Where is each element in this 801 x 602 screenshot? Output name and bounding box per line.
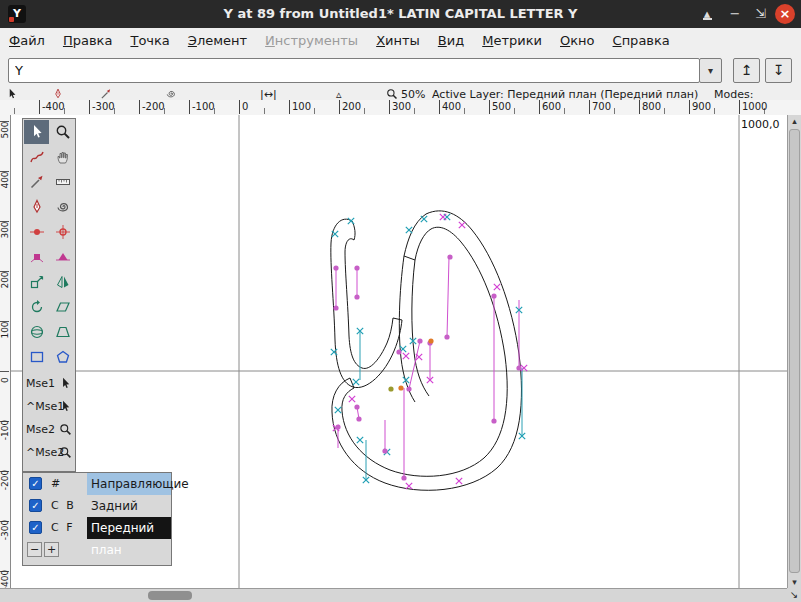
control-point-x[interactable] xyxy=(406,483,412,489)
pointer-icon xyxy=(59,377,72,390)
scale-tool[interactable] xyxy=(24,270,49,294)
h-ruler-number: 200 xyxy=(342,101,361,112)
control-point-x[interactable] xyxy=(494,284,500,290)
control-point-dot[interactable] xyxy=(333,265,338,270)
keep-above-button[interactable]: ▴ xyxy=(697,4,717,24)
v-ruler-number: 300 xyxy=(0,215,10,245)
control-point-dot[interactable] xyxy=(516,365,521,370)
control-point-x[interactable] xyxy=(406,227,412,233)
vertical-scrollbar[interactable]: ▴ ▾ xyxy=(787,115,801,588)
menu-metrics[interactable]: Метрики xyxy=(473,28,551,54)
control-point-dot[interactable] xyxy=(428,338,433,343)
h-ruler-number: -300 xyxy=(92,101,115,112)
hvcurve-point-tool[interactable] xyxy=(50,220,75,244)
control-point-dot[interactable] xyxy=(406,386,411,391)
keep-above-icon: ▴ xyxy=(704,6,711,21)
control-point-dot[interactable] xyxy=(417,338,422,343)
control-point-dot[interactable] xyxy=(491,293,496,298)
vertical-scrollbar-thumb[interactable] xyxy=(789,129,800,573)
restore-button[interactable]: ⇲ xyxy=(751,4,771,24)
pointer-tool[interactable] xyxy=(24,120,49,144)
spiro-tool[interactable] xyxy=(50,195,75,219)
control-point-dot[interactable] xyxy=(444,334,449,339)
control-point-dot[interactable] xyxy=(333,305,338,310)
knife-tool[interactable] xyxy=(24,170,49,194)
remove-layer-button[interactable]: − xyxy=(27,542,42,557)
add-layer-button[interactable]: + xyxy=(44,542,59,557)
control-point-dot[interactable] xyxy=(396,349,401,354)
control-point-dot[interactable] xyxy=(382,448,387,453)
control-point-dot[interactable] xyxy=(447,254,452,259)
horizontal-scrollbar[interactable] xyxy=(0,588,787,602)
scroll-up-arrow-icon[interactable]: ▴ xyxy=(788,116,801,126)
h-ruler-number: -100 xyxy=(192,101,215,112)
perspective-tool[interactable] xyxy=(50,320,75,344)
control-point-dot[interactable] xyxy=(388,386,393,391)
scroll-down-arrow-icon[interactable]: ▾ xyxy=(788,577,801,587)
layer-label[interactable]: Направляющие xyxy=(87,473,171,495)
menu-window[interactable]: Окно xyxy=(551,28,604,54)
menu-point[interactable]: Точка xyxy=(121,28,178,54)
mouse-binding-label: Mse2 xyxy=(26,418,55,441)
rotate-tool[interactable] xyxy=(24,295,49,319)
layer-visible-checkbox[interactable]: ✓ xyxy=(29,521,42,534)
layer-label[interactable]: Передний план xyxy=(87,517,171,539)
rotate3d-tool[interactable] xyxy=(24,320,49,344)
v-ruler-number: 400 xyxy=(0,165,10,195)
h-ruler-number: -200 xyxy=(142,101,165,112)
control-point-x[interactable] xyxy=(348,218,354,224)
control-point-dot[interactable] xyxy=(354,404,359,409)
control-point-x[interactable] xyxy=(332,231,338,237)
pen-tool[interactable] xyxy=(24,195,49,219)
hand-tool[interactable] xyxy=(50,145,75,169)
menu-help[interactable]: Справка xyxy=(604,28,679,54)
word-input[interactable] xyxy=(8,58,700,83)
polygon-tool[interactable] xyxy=(50,345,75,369)
ruler-tool[interactable] xyxy=(50,170,75,194)
layer-visible-checkbox[interactable]: ✓ xyxy=(29,499,42,512)
curve-point-tool[interactable] xyxy=(24,220,49,244)
skew-tool[interactable] xyxy=(50,295,75,319)
control-point-dot[interactable] xyxy=(354,294,359,299)
horizontal-scrollbar-thumb[interactable] xyxy=(148,591,192,600)
control-point-x[interactable] xyxy=(421,216,427,222)
rectangle-tool[interactable] xyxy=(24,345,49,369)
glyph-contour[interactable] xyxy=(331,219,402,387)
control-point-x[interactable] xyxy=(349,396,355,402)
glyph-contour[interactable] xyxy=(412,260,429,396)
next-glyph-button[interactable]: ↧ xyxy=(765,58,792,83)
magnify-tool[interactable] xyxy=(50,120,75,144)
control-point-x[interactable] xyxy=(353,379,359,385)
control-point-x[interactable] xyxy=(459,222,465,228)
tangent-point-tool[interactable] xyxy=(50,245,75,269)
control-point-x[interactable] xyxy=(440,214,446,220)
control-point-x[interactable] xyxy=(456,478,462,484)
control-point-x[interactable] xyxy=(357,437,363,443)
menu-element[interactable]: Элемент xyxy=(179,28,256,54)
control-point-dot[interactable] xyxy=(398,385,403,390)
control-point-x[interactable] xyxy=(335,407,341,413)
corner-point-tool[interactable] xyxy=(24,245,49,269)
control-point-dot[interactable] xyxy=(491,418,496,423)
flip-tool[interactable] xyxy=(50,270,75,294)
control-point-dot[interactable] xyxy=(354,265,359,270)
wordlist-dropdown-button[interactable]: ▾ xyxy=(699,58,722,83)
h-ruler-number: 500 xyxy=(492,101,511,112)
freehand-tool[interactable] xyxy=(24,145,49,169)
menu-hints[interactable]: Хинты xyxy=(367,28,429,54)
close-button[interactable]: × xyxy=(775,4,795,24)
menu-view[interactable]: Вид xyxy=(429,28,473,54)
menu-tools[interactable]: Инструменты xyxy=(256,28,367,54)
menu-file[interactable]: Файл xyxy=(0,28,54,54)
layer-visible-checkbox[interactable]: ✓ xyxy=(29,477,42,490)
resize-grip[interactable]: ↘ xyxy=(787,588,801,602)
minimize-button[interactable]: − xyxy=(725,4,745,24)
control-point-dot[interactable] xyxy=(335,424,340,429)
control-point-x[interactable] xyxy=(403,353,409,359)
menu-edit[interactable]: Правка xyxy=(54,28,121,54)
h-ruler-number: 900 xyxy=(692,101,711,112)
prev-glyph-button[interactable]: ↥ xyxy=(733,58,760,83)
control-point-dot[interactable] xyxy=(356,416,361,421)
control-point-dot[interactable] xyxy=(401,475,406,480)
layer-label[interactable]: Задний план xyxy=(87,495,171,517)
